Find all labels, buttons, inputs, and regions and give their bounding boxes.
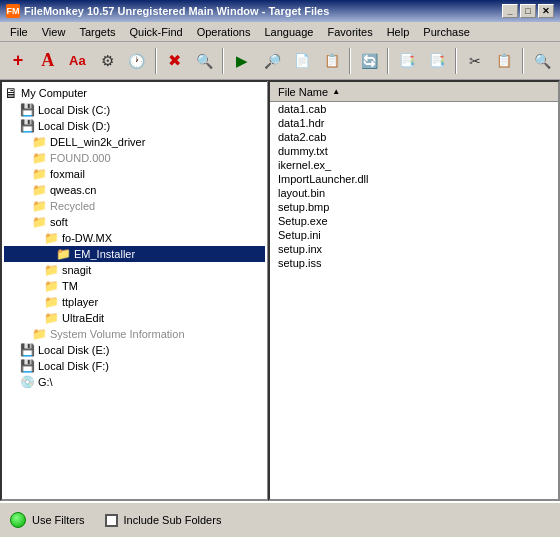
toolbar-separator-1: [155, 48, 157, 74]
tree-localdisk-c[interactable]: 💾 Local Disk (C:): [4, 102, 265, 118]
file-item[interactable]: ikernel.ex_: [270, 158, 558, 172]
document2-button[interactable]: 📋: [318, 47, 346, 75]
file-item[interactable]: setup.iss: [270, 256, 558, 270]
title-bar: FM FileMonkey 10.57 Unregistered Main Wi…: [0, 0, 560, 22]
tree-root-mycomputer[interactable]: 🖥 My Computer: [4, 84, 265, 102]
tree-folder-fodwmx[interactable]: 📁 fo-DW.MX: [4, 230, 265, 246]
tree-folder-found[interactable]: 📁 FOUND.000: [4, 150, 265, 166]
tree-folder-tm[interactable]: 📁 TM: [4, 278, 265, 294]
tree-folder-recycled[interactable]: 📁 Recycled: [4, 198, 265, 214]
clock-button[interactable]: 🕐: [123, 47, 151, 75]
settings-button[interactable]: ⚙: [93, 47, 121, 75]
minimize-button[interactable]: _: [502, 4, 518, 18]
menu-targets[interactable]: Targets: [73, 25, 121, 39]
file-item[interactable]: data1.hdr: [270, 116, 558, 130]
search-button[interactable]: 🔍: [191, 47, 219, 75]
tree-label-ultraedit: UltraEdit: [62, 312, 104, 324]
zoom-button[interactable]: 🔍: [528, 47, 556, 75]
tree-label-soft: soft: [50, 216, 68, 228]
paste-button[interactable]: 📋: [490, 47, 518, 75]
file-list-panel[interactable]: File Name ▲ data1.cab data1.hdr data2.ca…: [268, 80, 560, 501]
file-item[interactable]: dummy.txt: [270, 144, 558, 158]
menu-view[interactable]: View: [36, 25, 72, 39]
folder-icon-dell: 📁: [32, 135, 47, 149]
menu-favorites[interactable]: Favorites: [321, 25, 378, 39]
tree-folder-eminstaller[interactable]: 📁 EM_Installer: [4, 246, 265, 262]
copy2-button[interactable]: 📑: [423, 47, 451, 75]
use-filters-label: Use Filters: [32, 514, 85, 526]
file-item[interactable]: setup.bmp: [270, 200, 558, 214]
menu-language[interactable]: Language: [258, 25, 319, 39]
maximize-button[interactable]: □: [520, 4, 536, 18]
tree-folder-soft[interactable]: 📁 soft: [4, 214, 265, 230]
status-bar: Use Filters Include Sub Folders: [0, 501, 560, 537]
drive-icon-f: 💾: [20, 359, 35, 373]
file-item[interactable]: data1.cab: [270, 102, 558, 116]
tree-label-g: G:\: [38, 376, 53, 388]
menu-help[interactable]: Help: [381, 25, 416, 39]
tree-folder-snagit[interactable]: 📁 snagit: [4, 262, 265, 278]
tree-label-ttplayer: ttplayer: [62, 296, 98, 308]
folder-icon-ultraedit: 📁: [44, 311, 59, 325]
tree-folder-ultraedit[interactable]: 📁 UltraEdit: [4, 310, 265, 326]
drive-icon-d: 💾: [20, 119, 35, 133]
toolbar-separator-4: [387, 48, 389, 74]
document1-button[interactable]: 📄: [288, 47, 316, 75]
use-filters-item[interactable]: Use Filters: [10, 512, 85, 528]
file-item[interactable]: Setup.ini: [270, 228, 558, 242]
file-item[interactable]: layout.bin: [270, 186, 558, 200]
menu-operations[interactable]: Operations: [191, 25, 257, 39]
tree-label-eminstaller: EM_Installer: [74, 248, 135, 260]
font-aa-button[interactable]: Aa: [64, 47, 92, 75]
directory-tree[interactable]: 🖥 My Computer 💾 Local Disk (C:) 💾 Local …: [0, 80, 268, 501]
refresh-button[interactable]: 🔄: [355, 47, 383, 75]
folder-icon-ttplayer: 📁: [44, 295, 59, 309]
folder-icon-snagit: 📁: [44, 263, 59, 277]
cut-button[interactable]: ✂: [461, 47, 489, 75]
tree-localdisk-f[interactable]: 💾 Local Disk (F:): [4, 358, 265, 374]
toolbar-separator-2: [222, 48, 224, 74]
folder-icon-sysvolinfo: 📁: [32, 327, 47, 341]
folder-icon-foxmail: 📁: [32, 167, 47, 181]
tree-folder-ttplayer[interactable]: 📁 ttplayer: [4, 294, 265, 310]
tree-folder-foxmail[interactable]: 📁 foxmail: [4, 166, 265, 182]
include-subfolders-label: Include Sub Folders: [124, 514, 222, 526]
drive-icon-g: 💿: [20, 375, 35, 389]
tree-label-qweas: qweas.cn: [50, 184, 96, 196]
menu-file[interactable]: File: [4, 25, 34, 39]
tree-label-sysvolinfo: System Volume Information: [50, 328, 185, 340]
use-filters-indicator: [10, 512, 26, 528]
go-button[interactable]: ▶: [228, 47, 256, 75]
menu-bar: File View Targets Quick-Find Operations …: [0, 22, 560, 42]
new-button[interactable]: +: [4, 47, 32, 75]
menu-purchase[interactable]: Purchase: [417, 25, 475, 39]
folder-icon-soft: 📁: [32, 215, 47, 229]
file-item[interactable]: setup.inx: [270, 242, 558, 256]
include-subfolders-item[interactable]: Include Sub Folders: [105, 514, 222, 527]
file-item[interactable]: Setup.exe: [270, 214, 558, 228]
delete-button[interactable]: ✖: [161, 47, 189, 75]
tree-folder-dell[interactable]: 📁 DELL_win2k_driver: [4, 134, 265, 150]
menu-quickfind[interactable]: Quick-Find: [123, 25, 188, 39]
tree-label-mycomputer: My Computer: [21, 87, 87, 99]
tree-label-foxmail: foxmail: [50, 168, 85, 180]
include-subfolders-checkbox[interactable]: [105, 514, 118, 527]
find-button[interactable]: 🔎: [258, 47, 286, 75]
tree-drive-g[interactable]: 💿 G:\: [4, 374, 265, 390]
tree-label-tm: TM: [62, 280, 78, 292]
file-item[interactable]: data2.cab: [270, 130, 558, 144]
tree-localdisk-d[interactable]: 💾 Local Disk (D:): [4, 118, 265, 134]
computer-icon: 🖥: [4, 85, 18, 101]
tree-folder-sysvolinfo[interactable]: 📁 System Volume Information: [4, 326, 265, 342]
font-a-button[interactable]: A: [34, 47, 62, 75]
tree-localdisk-e[interactable]: 💾 Local Disk (E:): [4, 342, 265, 358]
drive-icon-c: 💾: [20, 103, 35, 117]
tree-folder-qweas[interactable]: 📁 qweas.cn: [4, 182, 265, 198]
file-item[interactable]: ImportLauncher.dll: [270, 172, 558, 186]
file-name-column-header: File Name: [278, 86, 328, 98]
close-button[interactable]: ✕: [538, 4, 554, 18]
tree-label-d: Local Disk (D:): [38, 120, 110, 132]
copy1-button[interactable]: 📑: [393, 47, 421, 75]
folder-icon-tm: 📁: [44, 279, 59, 293]
tree-label-snagit: snagit: [62, 264, 91, 276]
